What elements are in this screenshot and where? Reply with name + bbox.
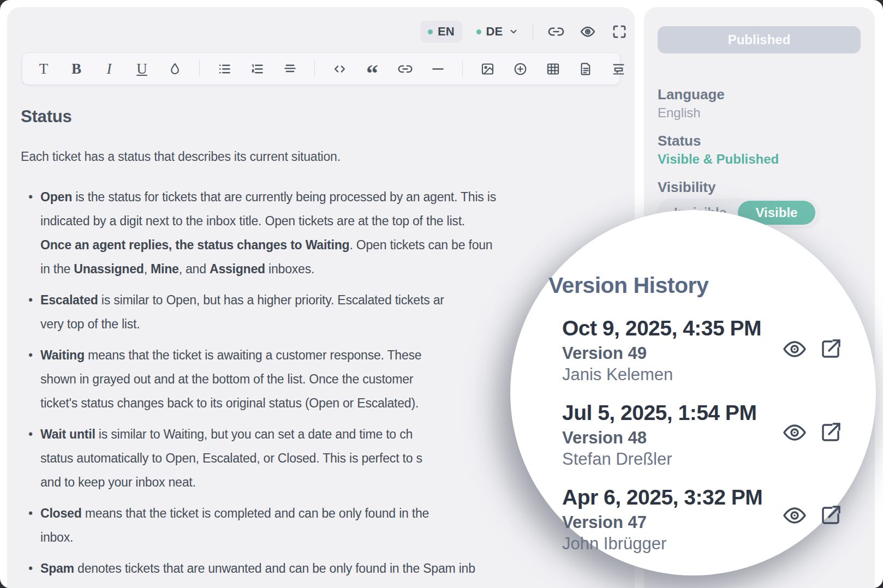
article-intro: Each ticket has a status that describes … <box>21 149 627 164</box>
version-number: Version 49 <box>562 344 791 363</box>
text-style-icon[interactable]: T <box>35 61 52 77</box>
version-date: Jul 5, 2025, 1:54 PM <box>562 401 791 425</box>
language-tab-en-label: EN <box>438 25 455 39</box>
text-color-icon[interactable] <box>166 61 183 77</box>
version-history-entry[interactable]: Jul 5, 2025, 1:54 PM Version 48 Stefan D… <box>562 401 791 469</box>
align-icon[interactable] <box>282 61 298 77</box>
bullet-list-icon[interactable] <box>216 61 232 77</box>
version-author: John Ibrügger <box>562 534 791 554</box>
translation-status-dot <box>476 29 481 34</box>
underline-icon[interactable]: U <box>134 61 150 77</box>
status-label: Status <box>658 133 701 149</box>
fullscreen-icon[interactable] <box>611 23 628 40</box>
version-history-title: Version History <box>548 273 708 298</box>
insert-plus-icon[interactable] <box>512 61 528 77</box>
version-date: Apr 6, 2025, 3:32 PM <box>562 485 791 509</box>
language-tab-de[interactable]: DE <box>476 25 519 39</box>
version-author: Janis Kelemen <box>562 365 791 385</box>
open-version-external-link-icon[interactable] <box>818 419 844 446</box>
horizontal-rule-icon[interactable] <box>429 61 446 77</box>
version-number: Version 48 <box>562 428 791 448</box>
divider <box>533 23 533 40</box>
app-window: EN DE T B I U <box>0 0 883 588</box>
view-version-eye-icon[interactable] <box>781 502 808 529</box>
toolbar-separator <box>199 61 200 77</box>
callout-icon[interactable] <box>610 61 627 77</box>
language-label: Language <box>658 86 725 103</box>
translation-status-dot <box>428 29 433 34</box>
published-button[interactable]: Published <box>658 26 861 53</box>
version-date: Oct 9, 2025, 4:35 PM <box>562 316 791 340</box>
table-icon[interactable] <box>545 61 561 77</box>
formatting-toolbar: T B I U “ <box>22 52 621 85</box>
insert-link-icon[interactable] <box>397 61 413 77</box>
status-value: Visible & Published <box>658 152 779 167</box>
toolbar-separator <box>314 61 315 77</box>
chevron-down-icon <box>509 27 518 37</box>
toolbar-separator <box>462 61 463 77</box>
code-icon[interactable] <box>331 61 348 77</box>
blockquote-icon[interactable]: “ <box>364 61 380 77</box>
link-icon[interactable] <box>547 23 565 40</box>
view-version-eye-icon[interactable] <box>781 419 808 446</box>
open-version-external-link-icon[interactable] <box>818 336 844 362</box>
italic-icon[interactable]: I <box>101 61 117 77</box>
bold-icon[interactable]: B <box>68 61 85 77</box>
ordered-list-icon[interactable] <box>249 61 265 77</box>
version-history-entry[interactable]: Oct 9, 2025, 4:35 PM Version 49 Janis Ke… <box>562 316 791 385</box>
version-author: Stefan Dreßler <box>562 449 791 469</box>
article-heading: Status <box>21 107 627 127</box>
image-icon[interactable] <box>479 61 496 77</box>
language-tab-en[interactable]: EN <box>420 21 462 43</box>
version-history-entry[interactable]: Apr 6, 2025, 3:32 PM Version 47 John Ibr… <box>562 485 791 554</box>
language-tab-de-label: DE <box>486 25 503 39</box>
list-item: Spam denotes tickets that are unwanted a… <box>28 556 627 580</box>
open-version-external-link-icon[interactable] <box>818 502 844 529</box>
visibility-label: Visibility <box>658 179 715 196</box>
version-number: Version 47 <box>562 513 791 532</box>
editor-header: EN DE <box>420 20 628 44</box>
view-version-eye-icon[interactable] <box>781 336 808 362</box>
language-value: English <box>658 105 701 121</box>
list-item: Closed means that the ticket is complete… <box>28 501 627 549</box>
document-icon[interactable] <box>577 61 594 77</box>
list-item: Open is the status for tickets that are … <box>28 185 627 281</box>
preview-eye-icon[interactable] <box>579 23 596 40</box>
